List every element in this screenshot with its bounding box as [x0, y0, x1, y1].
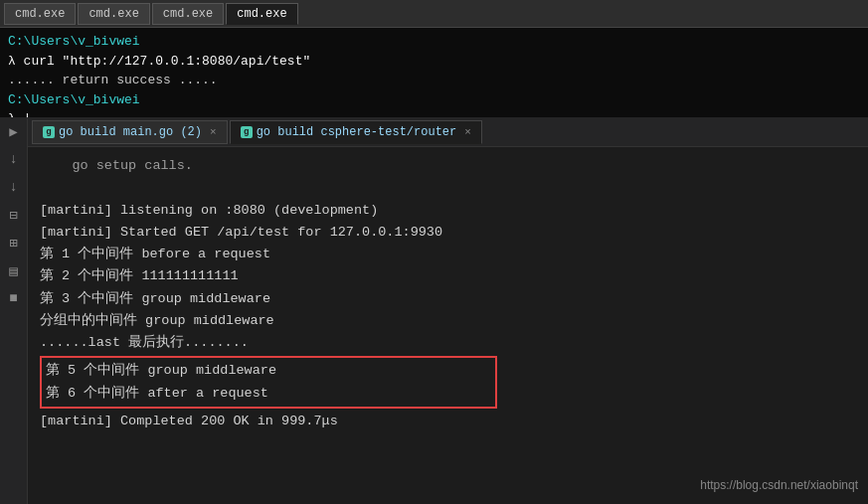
output-line-10: 第 6 个中间件 after a request — [46, 383, 491, 405]
output-line-1 — [40, 177, 856, 199]
build-tab-1-close[interactable]: × — [210, 126, 217, 138]
sidebar-down1-icon[interactable]: ↓ — [4, 149, 24, 169]
build-tabs-bar: g go build main.go (2) × g go build csph… — [28, 117, 868, 147]
terminal-output[interactable]: go setup calls. [martini] listening on :… — [28, 147, 868, 504]
sidebar-stop-icon[interactable]: ■ — [4, 288, 24, 308]
output-line-2: [martini] listening on :8080 (developmen… — [40, 200, 856, 222]
sidebar-run-icon[interactable]: ▶ — [4, 121, 24, 141]
cmd-tab-4[interactable]: cmd.exe — [226, 3, 297, 25]
build-tab-2-label: go build csphere-test/router — [257, 125, 457, 139]
build-tab-2-icon: g — [241, 126, 253, 138]
path-line-2: C:\Users\v_bivwei — [8, 92, 140, 107]
sidebar: ▶ ↓ ↓ ⊟ ⊞ ▤ ■ — [0, 117, 28, 504]
cmd-tab-1[interactable]: cmd.exe — [4, 3, 76, 25]
sidebar-plus-icon[interactable]: ⊞ — [4, 233, 24, 252]
build-tab-1[interactable]: g go build main.go (2) × — [32, 120, 228, 144]
terminal-top: C:\Users\v_bivwei λ curl "http://127.0.0… — [0, 28, 868, 117]
output-line-4: 第 1 个中间件 before a request — [40, 244, 856, 265]
build-tab-1-label: go build main.go (2) — [59, 125, 202, 139]
output-line-3: [martini] Started GET /api/test for 127.… — [40, 222, 856, 244]
output-line-0: go setup calls. — [40, 155, 856, 177]
output-line-6: 第 3 个中间件 group middleware — [40, 288, 856, 310]
output-line-9: 第 5 个中间件 group middleware — [46, 360, 491, 382]
highlight-box: 第 5 个中间件 group middleware 第 6 个中间件 after… — [40, 356, 497, 409]
build-tab-2-close[interactable]: × — [464, 126, 471, 138]
output-line-11: [martini] Completed 200 OK in 999.7μs — [40, 411, 856, 432]
output-line-5: 第 2 个中间件 111111111111 — [40, 265, 856, 287]
ide-area: ▶ ↓ ↓ ⊟ ⊞ ▤ ■ g go build main.go (2) × g… — [0, 117, 868, 504]
watermark: https://blog.csdn.net/xiaobinqt — [700, 476, 858, 496]
top-cmd-bar: cmd.exe cmd.exe cmd.exe cmd.exe — [0, 0, 868, 28]
sidebar-minus-icon[interactable]: ⊟ — [4, 205, 24, 225]
build-tab-1-icon: g — [43, 126, 55, 138]
command-line: λ curl "http://127.0.0.1:8080/api/test" — [8, 54, 310, 69]
main-panel: g go build main.go (2) × g go build csph… — [28, 117, 868, 504]
build-tab-2[interactable]: g go build csphere-test/router × — [230, 120, 482, 144]
sidebar-down2-icon[interactable]: ↓ — [4, 177, 24, 197]
output-line-8: ......last 最后执行........ — [40, 332, 856, 354]
output-line: ...... return success ..... — [8, 73, 218, 87]
sidebar-print-icon[interactable]: ▤ — [4, 260, 24, 280]
path-line-1: C:\Users\v_bivwei — [8, 34, 140, 49]
cmd-tab-2[interactable]: cmd.exe — [78, 3, 149, 25]
output-line-7: 分组中的中间件 group middleware — [40, 310, 856, 332]
cmd-tab-3[interactable]: cmd.exe — [152, 3, 224, 25]
